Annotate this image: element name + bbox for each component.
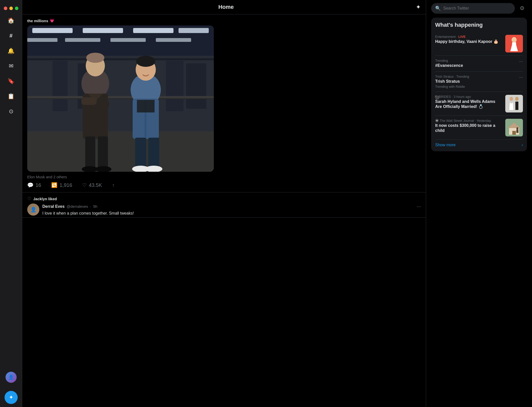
retweet-icon: 🔁 [51,182,57,188]
search-input[interactable] [443,6,511,11]
trending-image-wsj [505,119,523,136]
liked-tweet-section: ♡ Jacklyn liked 👤 Derral Eves @derraleve… [22,192,426,218]
svg-rect-4 [133,28,173,33]
reply-action[interactable]: 💬 16 [27,182,41,188]
trending-main-text-wsj: It now costs $300,000 to raise a child [435,123,502,134]
sidebar-item-notifications[interactable]: 🔔 [5,44,18,57]
compose-button[interactable]: ✦ [5,391,18,404]
traffic-light-red[interactable] [4,7,7,10]
feed-content: the millions 💗 [22,14,426,407]
liked-heart-icon: ♡ [27,196,31,201]
sidebar-item-lists[interactable]: 📋 [5,90,18,103]
tweet-image[interactable] [27,25,214,172]
tweet-context-text: the millions [27,19,48,23]
traffic-light-yellow[interactable] [9,7,13,10]
share-icon: ↑ [112,182,115,188]
svg-rect-3 [83,28,123,33]
sidebar-item-explore[interactable]: # [5,29,18,42]
search-icon: 🔍 [435,6,441,11]
svg-point-41 [512,37,517,43]
svg-rect-7 [65,38,100,42]
author-avatar[interactable]: 👤 [27,204,39,216]
trending-item-wsj-info: W The Wall Street Journal · Yesterday It… [435,119,502,134]
tweet-more-button[interactable]: ··· [417,204,421,209]
search-row: 🔍 ⚙ [431,3,527,14]
trending-item-actions: ··· [519,59,523,64]
tweet-author-row: 👤 Derral Eves @derraleves · 5h ··· I lov… [27,204,421,216]
traffic-light-green[interactable] [15,7,18,10]
tweet-item: the millions 💗 [22,14,426,192]
trending-main-text-trish: Trish Stratus [435,79,519,84]
house-svg [505,119,523,136]
trending-item-sarah[interactable]: ⬛ BRIDES · 3 hours ago Sarah Hyland and … [435,92,523,116]
trending-item-evanescence[interactable]: Trending #Evanescence ··· [435,56,523,72]
trending-image-sarah [505,95,523,112]
retweet-action[interactable]: 🔁 1,916 [51,182,72,188]
trending-item-vaani-info: Entertainment · LIVE Happy birthday, Vaa… [435,35,502,44]
sparkle-button[interactable]: ✦ [416,4,421,11]
svg-rect-15 [186,63,206,109]
svg-rect-52 [512,131,516,135]
author-identity: Derral Eves @derraleves · 5h [42,204,97,209]
tweet-time: · [90,204,91,209]
trending-label: Entertainment · LIVE [435,35,502,39]
author-name: Derral Eves [42,204,65,209]
svg-rect-42 [512,42,516,45]
svg-rect-36 [135,138,146,169]
tweet-caption: Elon Musk and 2 others [27,175,421,179]
like-action[interactable]: ♡ 43.5K [82,182,102,188]
avatar[interactable]: 👤 [6,372,17,383]
search-bar[interactable]: 🔍 [431,3,515,14]
svg-point-53 [516,127,518,129]
reply-count: 16 [36,182,41,188]
svg-rect-5 [179,28,209,33]
trending-item-trish-info: Trish Stratus · Trending Trish Stratus T… [435,75,519,89]
settings-button[interactable]: ⚙ [517,4,527,13]
tweet-photo [27,25,214,172]
trending-item-wsj[interactable]: W The Wall Street Journal · Yesterday It… [435,116,523,140]
trending-label-wsj: W The Wall Street Journal · Yesterday [435,119,502,123]
svg-rect-11 [27,58,214,60]
svg-rect-46 [515,102,518,110]
sidebar-item-messages[interactable]: ✉ [5,60,18,73]
compose-icon: ✦ [9,394,13,401]
svg-rect-35 [137,100,155,112]
svg-rect-9 [156,38,191,42]
svg-rect-8 [110,38,146,42]
more-options-icon-trish[interactable]: ··· [519,75,523,80]
show-more-button[interactable]: Show more › [435,140,523,147]
retweet-count: 1,916 [60,182,72,188]
svg-text:W: W [436,120,438,122]
svg-rect-37 [148,138,159,169]
right-sidebar: 🔍 ⚙ What's happening Entertainment · LIV… [426,0,532,407]
svg-rect-2 [32,28,73,33]
svg-rect-25 [81,97,97,105]
vaani-svg [505,35,523,52]
trending-label-evanescence: Trending [435,59,519,63]
sidebar-item-circles[interactable]: ⊙ [5,105,18,118]
sidebar: 🏠 # 🔔 ✉ 🔖 📋 ⊙ 👤 ✦ [0,0,22,407]
svg-rect-18 [27,131,214,172]
reply-icon: 💬 [27,182,34,188]
trending-item-trish-actions: ··· [519,75,523,80]
svg-point-45 [515,97,519,101]
trending-item-trish[interactable]: Trish Stratus · Trending Trish Stratus T… [435,72,523,92]
wsj-logo-icon: W [435,119,439,122]
more-options-icon[interactable]: ··· [519,59,523,64]
tweet-age: 5h [93,204,98,209]
trending-image-vaani [505,35,523,52]
sidebar-item-bookmarks[interactable]: 🔖 [5,75,18,88]
trending-main-text-evanescence: #Evanescence [435,63,519,68]
author-handle: @derraleves [67,204,88,209]
svg-point-44 [510,97,513,101]
whats-happening-panel: What's happening Entertainment · LIVE Ha… [431,18,527,151]
share-action[interactable]: ↑ [112,182,115,188]
svg-rect-12 [52,61,68,111]
svg-point-32 [136,56,155,67]
tweet-actions: 💬 16 🔁 1,916 ♡ 43.5K ↑ [27,182,421,188]
sidebar-item-home[interactable]: 🏠 [5,14,18,27]
wedding-image-placeholder [505,95,523,112]
house-image-placeholder [505,119,523,136]
svg-rect-54 [516,129,518,133]
trending-item-vaani[interactable]: Entertainment · LIVE Happy birthday, Vaa… [435,32,523,56]
